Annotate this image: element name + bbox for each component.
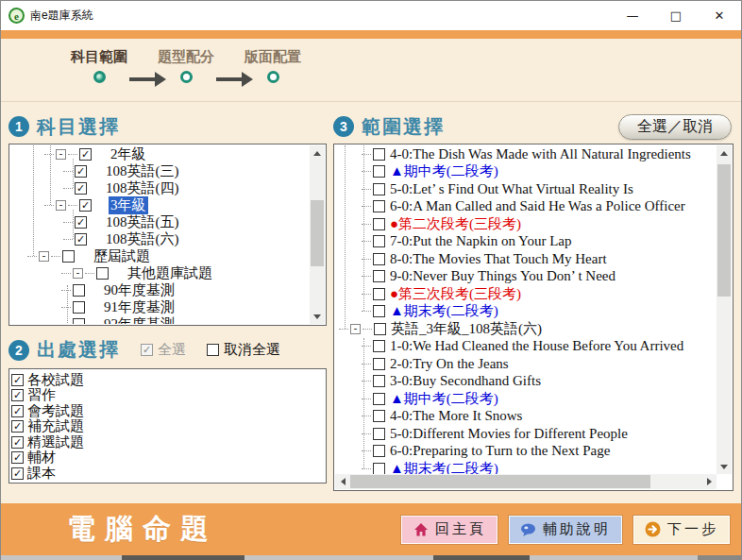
tree-checkbox[interactable]	[373, 445, 385, 457]
deselect-all-checkbox-group[interactable]: 取消全選	[207, 341, 280, 359]
tree-label[interactable]: 8-0:The Movies That Touch My Heart	[388, 251, 609, 267]
tree-checkbox[interactable]	[373, 200, 385, 212]
source-checkbox[interactable]: ✓	[11, 374, 24, 386]
scroll-thumb[interactable]	[311, 200, 324, 266]
maximize-button[interactable]: □	[654, 1, 698, 30]
tree-label[interactable]: 5-0:Different Movies for Different Peopl…	[388, 426, 630, 442]
tree-label[interactable]: ▲期末考(二段考)	[388, 302, 500, 320]
tree-checkbox[interactable]	[373, 253, 385, 265]
source-checkbox[interactable]: ✓	[11, 451, 24, 464]
scroll-thumb[interactable]	[717, 164, 731, 297]
scroll-thumb[interactable]	[350, 475, 650, 488]
tree-item[interactable]: 9-0:Never Buy Things You Don’ t Need	[335, 268, 717, 286]
tree-item[interactable]: ✓108英語(四)	[10, 179, 310, 196]
scope-tree-hscrollbar[interactable]	[335, 474, 717, 489]
tree-checkbox[interactable]	[373, 463, 385, 474]
scroll-right-icon[interactable]	[701, 474, 717, 489]
tree-checkbox[interactable]: ✓	[75, 182, 87, 195]
tree-item[interactable]: ✓108英語(六)	[10, 230, 310, 247]
tree-label[interactable]: 108英語(五)	[104, 213, 181, 231]
collapse-icon[interactable]: -	[73, 268, 83, 279]
tree-label[interactable]: ▲期中考(二段考)	[388, 390, 500, 408]
tree-item[interactable]: -✓3年級	[10, 196, 310, 213]
tree-label[interactable]: 4-0:The More It Snows	[388, 408, 524, 424]
tree-checkbox[interactable]	[373, 393, 385, 405]
tree-label[interactable]: 4-0:The Dish Was Made with All Natural I…	[388, 146, 693, 162]
tree-label[interactable]: 90年度基測	[102, 281, 177, 299]
tree-checkbox[interactable]: ✓	[75, 233, 87, 246]
minimize-button[interactable]: —	[611, 1, 654, 30]
tree-checkbox[interactable]	[373, 358, 385, 370]
scroll-down-icon[interactable]	[717, 459, 732, 474]
tree-label[interactable]: 6-0:Preparing to Turn to the Next Page	[388, 443, 612, 459]
scope-tree-scrollbar[interactable]	[717, 145, 732, 474]
select-all-checkbox[interactable]: ✓	[141, 344, 153, 356]
tree-item[interactable]: 92年度基測	[10, 315, 310, 324]
source-checkbox[interactable]: ✓	[11, 405, 24, 417]
toggle-select-all-button[interactable]: 全選／取消	[618, 114, 732, 140]
tree-checkbox[interactable]: ✓	[75, 165, 87, 178]
tree-label[interactable]: ●第三次段考(三段考)	[388, 285, 523, 303]
tree-item[interactable]: 3-0:Buy Secondhand Gifts	[335, 373, 717, 391]
select-all-checkbox-group[interactable]: ✓ 全選	[141, 341, 186, 359]
collapse-icon[interactable]: -	[56, 149, 66, 160]
tree-checkbox[interactable]	[373, 218, 385, 230]
tree-item[interactable]: ▲期末考(二段考)	[335, 303, 717, 321]
tree-checkbox[interactable]	[96, 267, 109, 280]
tree-item[interactable]: 8-0:The Movies That Touch My Heart	[335, 250, 717, 268]
tree-label[interactable]: 2-0:Try On the Jeans	[388, 356, 511, 372]
tree-checkbox[interactable]	[373, 148, 385, 161]
tree-item[interactable]: ✓108英語(五)	[10, 213, 310, 230]
source-item[interactable]: ✓補充試題	[11, 419, 324, 435]
tree-item[interactable]: ✓108英語(三)	[10, 162, 310, 179]
tree-item[interactable]: -歷屆試題	[10, 247, 310, 264]
tree-label[interactable]: 108英語(三)	[104, 162, 181, 180]
tree-item[interactable]: 1-0:We Had Cleaned the House Before You …	[335, 338, 717, 356]
source-item[interactable]: ✓課本	[11, 466, 324, 482]
tree-label[interactable]: ▲期末考(二段考)	[388, 460, 500, 474]
collapse-icon[interactable]: -	[39, 251, 49, 262]
tree-item[interactable]: ●第二次段考(三段考)	[335, 215, 717, 233]
tree-checkbox[interactable]	[73, 284, 85, 297]
collapse-icon[interactable]: -	[56, 200, 66, 211]
tree-item[interactable]: 91年度基測	[10, 298, 310, 315]
tree-label[interactable]: 2年級	[109, 145, 148, 163]
tree-item[interactable]: ▲期中考(二段考)	[335, 390, 717, 408]
tree-checkbox[interactable]	[373, 410, 385, 422]
scroll-up-icon[interactable]	[310, 145, 325, 161]
tree-checkbox[interactable]	[373, 340, 385, 352]
tree-label[interactable]: ▲期中考(二段考)	[388, 162, 500, 180]
tree-item[interactable]: 2-0:Try On the Jeans	[335, 355, 717, 373]
tree-checkbox[interactable]	[373, 375, 385, 387]
close-button[interactable]: ✕	[698, 1, 741, 30]
source-checkbox[interactable]: ✓	[11, 467, 24, 480]
subject-tree-scrollbar[interactable]	[310, 145, 325, 324]
tree-item[interactable]: -✓2年級	[10, 145, 310, 162]
tree-label[interactable]: 108英語(四)	[104, 179, 181, 197]
deselect-all-checkbox[interactable]	[207, 344, 219, 356]
scroll-left-icon[interactable]	[335, 474, 350, 489]
tree-item[interactable]: -其他題庫試題	[10, 264, 310, 281]
tree-label[interactable]: 9-0:Never Buy Things You Don’ t Need	[388, 268, 617, 284]
next-step-button[interactable]: 下一步	[633, 516, 730, 544]
tree-label[interactable]: 5-0:Let’ s Find Out What Virtual Reality…	[388, 181, 635, 197]
tree-checkbox[interactable]	[373, 288, 385, 300]
tree-item[interactable]: 6-0:Preparing to Turn to the Next Page	[335, 443, 717, 461]
tree-checkbox[interactable]	[73, 318, 85, 325]
source-checkbox[interactable]: ✓	[11, 389, 24, 401]
tree-checkbox[interactable]: ✓	[79, 148, 92, 161]
tree-item[interactable]: ▲期末考(二段考)	[335, 460, 717, 474]
tree-label[interactable]: 英語_3年級_108英語(六)	[389, 320, 544, 338]
home-button[interactable]: 回主頁	[401, 516, 497, 544]
tree-item[interactable]: 4-0:The More It Snows	[335, 408, 717, 426]
tree-label[interactable]: 6-0:A Man Called and Said He Was a Polic…	[388, 198, 687, 214]
tree-checkbox[interactable]	[373, 165, 385, 178]
tree-item[interactable]: 7-0:Put the Napkin on Your Lap	[335, 233, 717, 251]
source-checkbox[interactable]: ✓	[11, 436, 24, 449]
tree-label[interactable]: 92年度基測	[102, 315, 177, 325]
tree-checkbox[interactable]: ✓	[75, 216, 87, 229]
tree-label[interactable]: 其他題庫試題	[126, 264, 214, 282]
tree-label[interactable]: 3年級	[109, 196, 148, 214]
tree-label[interactable]: 歷屆試題	[92, 247, 152, 265]
tree-label[interactable]: 91年度基測	[102, 298, 177, 316]
